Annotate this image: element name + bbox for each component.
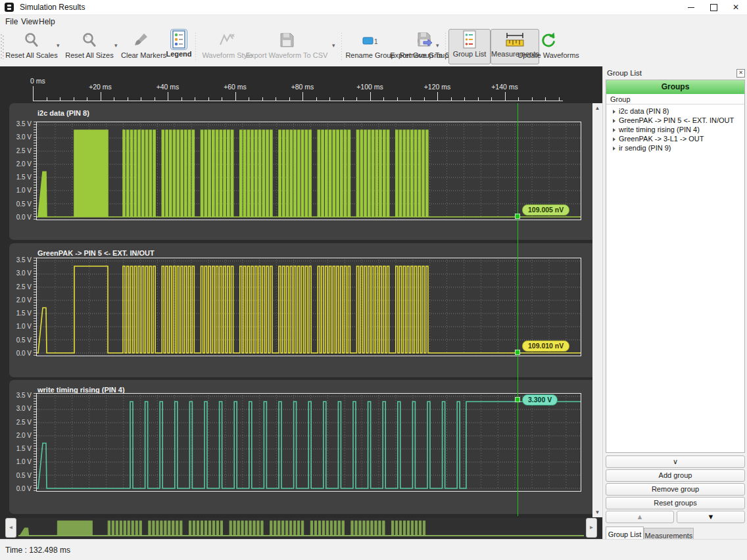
- save-icon: [277, 30, 297, 50]
- export-group-dropdown[interactable]: ▾: [436, 42, 443, 49]
- reset-all-scales-label: Reset All Scales: [5, 51, 58, 59]
- reset-all-scales-button[interactable]: Reset All Scales: [5, 30, 58, 64]
- expand-arrow-icon[interactable]: [613, 128, 615, 132]
- y-axis-label: 3.0 V: [9, 269, 32, 277]
- close-button[interactable]: ✕: [725, 0, 747, 14]
- group-tree-item-label: write timing rising (PIN 4): [619, 126, 700, 133]
- y-axis-label: 3.5 V: [9, 120, 32, 128]
- expand-arrow-icon[interactable]: [613, 119, 615, 123]
- group-tree-item[interactable]: i2c data (PIN 8): [606, 106, 744, 116]
- reset-all-scales-dropdown[interactable]: ▾: [57, 42, 63, 49]
- update-waveforms-button[interactable]: Update Waveforms: [517, 30, 580, 64]
- y-axis-ticks: [33, 258, 36, 356]
- sidebar-title: Group List: [607, 69, 642, 77]
- waveform-area: 0 ms+20 ms+40 ms+60 ms+80 ms+100 ms+120 …: [0, 66, 602, 539]
- menu-help[interactable]: Help: [35, 16, 59, 27]
- rename-icon: 1: [360, 30, 380, 50]
- cursor-value-label[interactable]: 109.005 nV: [522, 204, 569, 216]
- expand-arrow-icon[interactable]: [613, 137, 615, 141]
- remove-group-button[interactable]: Remove group: [606, 483, 745, 496]
- move-up-button[interactable]: ▲: [606, 511, 674, 523]
- y-axis-label: 0.5 V: [9, 337, 32, 344]
- collapse-button[interactable]: ∨: [606, 455, 745, 468]
- waveform-plot[interactable]: [36, 258, 581, 356]
- y-axis-label: 3.0 V: [9, 405, 32, 412]
- overview-right-arrow[interactable]: ►: [586, 518, 597, 538]
- group-tree-item[interactable]: write timing rising (PIN 4): [606, 125, 744, 134]
- save-export-icon: [415, 30, 435, 50]
- expand-arrow-icon[interactable]: [613, 147, 615, 151]
- overview-left-arrow[interactable]: ◄: [5, 518, 16, 538]
- reset-all-sizes-dropdown[interactable]: ▾: [114, 42, 121, 49]
- toolbar-drag-handle[interactable]: [1, 34, 4, 59]
- cursor-handle[interactable]: [515, 214, 520, 219]
- menu-bar: File View Help: [0, 15, 747, 28]
- vertical-scrollbar[interactable]: ▲ ▼: [592, 103, 602, 517]
- waveform-svg: [37, 122, 581, 220]
- waveform-plot[interactable]: [36, 393, 581, 492]
- maximize-button[interactable]: [702, 0, 725, 14]
- time-axis-label: +80 ms: [291, 83, 314, 91]
- time-axis-label: +120 ms: [424, 83, 451, 91]
- toolbar: Reset All Scales ▾ Reset All Sizes ▾ Cle…: [0, 28, 747, 67]
- refresh-icon: [539, 30, 558, 50]
- export-waveform-dropdown[interactable]: ▾: [332, 42, 339, 49]
- group-column-header[interactable]: Group: [606, 94, 744, 105]
- time-axis-baseline: [33, 101, 563, 101]
- brush-icon: [132, 30, 151, 50]
- y-axis-label: 2.0 V: [9, 432, 32, 439]
- magnifier-icon: [80, 30, 99, 50]
- legend-icon: [172, 30, 186, 49]
- toolbar-separator: [445, 33, 446, 60]
- toolbar-separator: [195, 33, 197, 60]
- cursor-value-label[interactable]: 109.010 nV: [522, 340, 569, 352]
- title-bar: Simulation Results ✕: [0, 0, 747, 15]
- group-list-icon: [462, 30, 477, 49]
- y-axis-label: 0.0 V: [9, 214, 32, 221]
- waveform-panel-pin5: GreenPAK -> PIN 5 <- EXT. IN/OUT 109.010…: [9, 243, 596, 377]
- reset-groups-button[interactable]: Reset groups: [606, 497, 745, 509]
- y-axis-label: 3.5 V: [9, 256, 32, 264]
- clear-markers-button[interactable]: Clear Markers: [121, 30, 162, 64]
- waveform-svg: [37, 258, 581, 356]
- time-axis[interactable]: 0 ms+20 ms+40 ms+60 ms+80 ms+100 ms+120 …: [5, 70, 597, 103]
- sidebar-close-icon[interactable]: ✕: [736, 69, 745, 78]
- app-icon: [5, 3, 14, 12]
- groups-header: Groups: [606, 80, 744, 95]
- group-tree-item[interactable]: GreenPAK -> PIN 5 <- EXT. IN/OUT: [606, 116, 744, 125]
- y-axis-label: 1.5 V: [9, 310, 32, 317]
- y-axis-label: 1.0 V: [9, 458, 32, 465]
- export-waveform-csv-label: Export Waveform To CSV: [245, 51, 329, 59]
- group-tree-item[interactable]: ir sendig (PIN 9): [606, 143, 744, 152]
- overview-strip[interactable]: ◄ ►: [5, 518, 597, 538]
- time-axis-label: +20 ms: [89, 83, 112, 91]
- cursor-handle[interactable]: [515, 397, 520, 402]
- export-waveform-csv-button[interactable]: Export Waveform To CSV: [245, 30, 329, 64]
- scroll-up-arrow[interactable]: ▲: [592, 103, 602, 113]
- group-tree-item[interactable]: GreenPAK -> 3-L1 -> OUT: [606, 134, 744, 143]
- cursor-handle[interactable]: [515, 350, 520, 355]
- add-group-button[interactable]: Add group: [606, 469, 745, 482]
- overview-waveform[interactable]: [18, 519, 584, 537]
- cursor-value-label[interactable]: 3.300 V: [522, 394, 558, 406]
- reset-all-sizes-label: Reset All Sizes: [63, 51, 116, 59]
- groups-panel: Groups Group i2c data (PIN 8)GreenPAK ->…: [606, 80, 745, 453]
- waveform-plot[interactable]: [36, 122, 581, 220]
- time-axis-label: +40 ms: [157, 83, 180, 91]
- move-down-button[interactable]: ▼: [677, 511, 745, 523]
- group-list-toggle-button[interactable]: Group List: [448, 29, 491, 64]
- y-axis-label: 3.0 V: [9, 133, 32, 141]
- reset-all-sizes-button[interactable]: Reset All Sizes: [63, 30, 116, 64]
- group-tree-item-label: ir sendig (PIN 9): [619, 144, 671, 152]
- group-tree-item-label: i2c data (PIN 8): [619, 107, 669, 115]
- expand-arrow-icon[interactable]: [613, 110, 615, 114]
- waveform-panel-write-timing: write timing rising (PIN 4) 3.300 V 3.5 …: [9, 380, 596, 514]
- svg-text:1: 1: [374, 38, 378, 45]
- y-axis-label: 1.0 V: [9, 323, 32, 330]
- time-cursor-line[interactable]: [518, 103, 518, 516]
- window-title: Simulation Results: [20, 3, 85, 12]
- minimize-button[interactable]: [680, 0, 702, 14]
- scroll-down-arrow[interactable]: ▼: [592, 507, 602, 517]
- y-axis-label: 1.0 V: [9, 187, 32, 194]
- legend-button[interactable]: Legend: [164, 30, 193, 64]
